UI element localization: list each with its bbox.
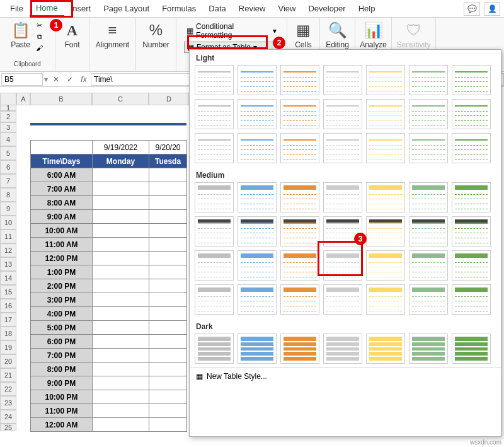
- time-cell[interactable]: 1:00 PM: [31, 265, 93, 279]
- table-style-swatch[interactable]: [238, 99, 277, 129]
- table-style-swatch[interactable]: [323, 334, 362, 364]
- time-cell[interactable]: 10:00 AM: [31, 224, 93, 238]
- row-header[interactable]: 22: [0, 382, 16, 396]
- table-style-swatch[interactable]: [195, 182, 234, 212]
- cell[interactable]: [93, 168, 149, 182]
- blank-header[interactable]: [31, 141, 93, 154]
- cut-button[interactable]: ✂: [33, 20, 47, 30]
- table-style-swatch[interactable]: [452, 284, 491, 315]
- day-header[interactable]: Tuesda: [149, 154, 187, 168]
- table-style-swatch[interactable]: [452, 334, 491, 364]
- row-header[interactable]: 9: [0, 202, 16, 216]
- table-style-swatch[interactable]: [280, 334, 319, 364]
- format-painter-button[interactable]: 🖌: [33, 43, 47, 53]
- cell[interactable]: [149, 238, 187, 252]
- cell[interactable]: [93, 238, 149, 252]
- row-header[interactable]: 15: [0, 285, 16, 299]
- tab-help[interactable]: Help: [352, 1, 382, 16]
- table-style-swatch[interactable]: [452, 99, 491, 129]
- sensitivity-button[interactable]: 🛡Sensitivity: [394, 20, 433, 50]
- time-cell[interactable]: 7:00 PM: [31, 349, 93, 363]
- time-cell[interactable]: 3:00 PM: [31, 293, 93, 307]
- table-style-swatch[interactable]: [366, 182, 405, 212]
- tab-view[interactable]: View: [272, 1, 302, 16]
- tab-data[interactable]: Data: [202, 1, 232, 16]
- col-header-c[interactable]: C: [92, 93, 149, 105]
- fx-button[interactable]: fx: [77, 75, 91, 84]
- time-cell[interactable]: 5:00 PM: [31, 321, 93, 335]
- table-style-swatch[interactable]: [366, 334, 405, 364]
- table-style-swatch[interactable]: [366, 65, 405, 95]
- row-header[interactable]: 20: [0, 354, 16, 368]
- cell[interactable]: [93, 265, 149, 279]
- cell[interactable]: [93, 307, 149, 321]
- time-cell[interactable]: 6:00 PM: [31, 335, 93, 349]
- row-header[interactable]: 16: [0, 299, 16, 313]
- table-style-swatch[interactable]: [323, 65, 362, 95]
- table-style-swatch[interactable]: [280, 65, 319, 95]
- time-cell[interactable]: 9:00 AM: [31, 210, 93, 224]
- cell[interactable]: [149, 307, 187, 321]
- tab-formulas[interactable]: Formulas: [156, 1, 202, 16]
- cell[interactable]: [149, 168, 187, 182]
- table-style-swatch[interactable]: [238, 334, 277, 364]
- tab-insert[interactable]: Insert: [64, 1, 98, 16]
- row-header[interactable]: 1: [0, 105, 16, 111]
- cell[interactable]: [149, 182, 187, 196]
- table-style-swatch[interactable]: [238, 133, 277, 163]
- table-style-swatch[interactable]: [238, 250, 277, 281]
- cell[interactable]: [149, 376, 187, 390]
- table-style-swatch[interactable]: [366, 133, 405, 163]
- cell[interactable]: [93, 349, 149, 363]
- row-header[interactable]: 6: [0, 160, 16, 174]
- select-all-corner[interactable]: [0, 93, 16, 105]
- cell[interactable]: [149, 335, 187, 349]
- cell[interactable]: [149, 363, 187, 376]
- cell[interactable]: [93, 182, 149, 196]
- row-header[interactable]: 5: [0, 146, 16, 160]
- time-cell[interactable]: 8:00 PM: [31, 363, 93, 376]
- table-style-swatch[interactable]: [409, 216, 448, 247]
- alignment-button[interactable]: ≡Alignment: [93, 20, 132, 50]
- cell[interactable]: [93, 363, 149, 376]
- row-header[interactable]: 13: [0, 257, 16, 271]
- cell[interactable]: [93, 321, 149, 335]
- date-header[interactable]: 9/19/2022: [93, 141, 149, 154]
- col-header-b[interactable]: B: [30, 93, 92, 105]
- new-table-style-button[interactable]: ▦ New Table Style...: [190, 368, 501, 385]
- row-header[interactable]: 25: [0, 424, 16, 431]
- table-style-swatch[interactable]: [452, 133, 491, 163]
- table-style-swatch[interactable]: [280, 133, 319, 163]
- row-header[interactable]: 14: [0, 271, 16, 285]
- row-header[interactable]: 24: [0, 410, 16, 424]
- cell[interactable]: [93, 335, 149, 349]
- row-header[interactable]: 7: [0, 174, 16, 188]
- time-cell[interactable]: 10:00 PM: [31, 390, 93, 404]
- row-header[interactable]: 12: [0, 243, 16, 257]
- cells-button[interactable]: ▦Cells: [292, 20, 315, 50]
- cell[interactable]: [93, 210, 149, 224]
- cell[interactable]: [93, 404, 149, 418]
- table-style-swatch[interactable]: [238, 216, 277, 247]
- col-header-a[interactable]: A: [16, 93, 30, 105]
- day-header[interactable]: Monday: [93, 154, 149, 168]
- cancel-button[interactable]: ✕: [49, 75, 63, 84]
- tab-home[interactable]: Home: [30, 1, 64, 17]
- table-style-swatch[interactable]: [280, 216, 319, 247]
- share-button[interactable]: 👤: [484, 2, 500, 16]
- table-style-swatch[interactable]: [280, 250, 319, 281]
- table-style-swatch[interactable]: [195, 133, 234, 163]
- table-style-swatch[interactable]: [195, 216, 234, 247]
- table-style-swatch[interactable]: [409, 250, 448, 281]
- cell[interactable]: [149, 279, 187, 293]
- cell[interactable]: [93, 390, 149, 404]
- accept-button[interactable]: ✓: [63, 75, 77, 84]
- table-style-swatch[interactable]: [366, 99, 405, 129]
- cell[interactable]: [149, 224, 187, 238]
- cell[interactable]: [93, 224, 149, 238]
- table-style-swatch[interactable]: [238, 182, 277, 212]
- cell[interactable]: [149, 265, 187, 279]
- table-style-swatch[interactable]: [366, 250, 405, 281]
- table-style-swatch[interactable]: [195, 334, 234, 364]
- cell[interactable]: [149, 349, 187, 363]
